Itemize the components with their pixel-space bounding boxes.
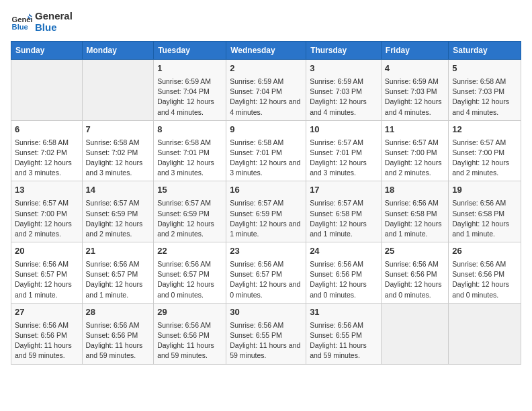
day-number: 10 xyxy=(310,124,378,136)
calendar-cell: 18Sunrise: 6:56 AMSunset: 6:58 PMDayligh… xyxy=(381,181,448,242)
day-number: 19 xyxy=(452,184,517,197)
day-number: 9 xyxy=(230,124,302,136)
day-info: Sunset: 6:57 PM xyxy=(15,269,79,279)
day-number: 24 xyxy=(310,245,378,258)
day-of-week-thursday: Thursday xyxy=(306,42,382,60)
day-info: Sunrise: 6:56 AM xyxy=(385,259,445,269)
day-info: Sunrise: 6:57 AM xyxy=(230,198,302,208)
calendar-cell xyxy=(11,60,83,121)
day-info: Sunset: 7:03 PM xyxy=(452,87,517,97)
day-info: Sunrise: 6:57 AM xyxy=(310,198,378,208)
calendar-cell xyxy=(381,303,448,364)
day-info: Daylight: 12 hours and 1 minute. xyxy=(452,219,517,239)
day-info: Sunrise: 6:56 AM xyxy=(385,198,445,208)
day-info: Daylight: 12 hours and 2 minutes. xyxy=(15,219,79,239)
day-info: Sunrise: 6:56 AM xyxy=(15,320,79,330)
calendar-cell: 23Sunrise: 6:56 AMSunset: 6:57 PMDayligh… xyxy=(226,242,306,304)
day-info: Daylight: 12 hours and 4 minutes. xyxy=(310,97,378,117)
day-info: Daylight: 12 hours and 4 minutes. xyxy=(230,97,302,117)
day-info: Sunrise: 6:59 AM xyxy=(310,77,378,87)
calendar-cell: 26Sunrise: 6:56 AMSunset: 6:56 PMDayligh… xyxy=(449,242,521,304)
calendar-cell: 17Sunrise: 6:57 AMSunset: 6:58 PMDayligh… xyxy=(306,181,382,242)
day-info: Daylight: 12 hours and 4 minutes. xyxy=(452,97,517,117)
day-info: Sunset: 7:02 PM xyxy=(15,148,79,158)
day-info: Sunrise: 6:56 AM xyxy=(452,198,517,208)
calendar-cell: 11Sunrise: 6:57 AMSunset: 7:00 PMDayligh… xyxy=(381,120,448,181)
day-info: Daylight: 12 hours and 4 minutes. xyxy=(157,97,222,117)
calendar-cell: 22Sunrise: 6:56 AMSunset: 6:57 PMDayligh… xyxy=(154,242,226,304)
calendar-cell: 3Sunrise: 6:59 AMSunset: 7:03 PMDaylight… xyxy=(306,60,382,121)
day-info: Sunset: 6:56 PM xyxy=(452,269,517,279)
calendar-cell: 31Sunrise: 6:56 AMSunset: 6:55 PMDayligh… xyxy=(306,303,382,364)
day-info: Sunset: 7:00 PM xyxy=(385,148,445,158)
day-info: Sunrise: 6:56 AM xyxy=(157,320,222,330)
calendar-cell xyxy=(449,303,521,364)
day-info: Sunrise: 6:57 AM xyxy=(15,198,79,208)
day-info: Sunrise: 6:56 AM xyxy=(15,259,79,269)
calendar-cell: 27Sunrise: 6:56 AMSunset: 6:56 PMDayligh… xyxy=(11,303,83,364)
day-number: 31 xyxy=(310,306,378,319)
day-info: Sunrise: 6:58 AM xyxy=(86,138,150,148)
day-info: Sunrise: 6:56 AM xyxy=(310,259,378,269)
calendar-cell: 20Sunrise: 6:56 AMSunset: 6:57 PMDayligh… xyxy=(11,242,83,304)
logo-blue: Blue xyxy=(35,22,73,34)
day-of-week-friday: Friday xyxy=(381,42,448,60)
day-info: Sunrise: 6:58 AM xyxy=(230,138,302,148)
day-number: 18 xyxy=(385,184,445,197)
day-info: Sunset: 6:55 PM xyxy=(230,330,302,340)
calendar-cell: 29Sunrise: 6:56 AMSunset: 6:56 PMDayligh… xyxy=(154,303,226,364)
logo: General Blue General Blue xyxy=(11,11,73,33)
logo-icon: General Blue xyxy=(11,11,32,33)
calendar-cell: 25Sunrise: 6:56 AMSunset: 6:56 PMDayligh… xyxy=(381,242,448,304)
day-info: Sunrise: 6:59 AM xyxy=(385,77,445,87)
day-info: Sunset: 6:57 PM xyxy=(230,269,302,279)
day-info: Sunset: 6:58 PM xyxy=(385,209,445,219)
day-number: 4 xyxy=(385,62,445,75)
day-info: Daylight: 11 hours and 59 minutes. xyxy=(15,340,79,361)
calendar-cell: 24Sunrise: 6:56 AMSunset: 6:56 PMDayligh… xyxy=(306,242,382,304)
day-info: Sunset: 6:59 PM xyxy=(230,209,302,219)
logo-general: General xyxy=(35,11,73,22)
day-info: Sunrise: 6:56 AM xyxy=(310,320,378,330)
day-info: Sunrise: 6:56 AM xyxy=(230,320,302,330)
day-info: Sunrise: 6:59 AM xyxy=(157,77,222,87)
calendar-cell: 13Sunrise: 6:57 AMSunset: 7:00 PMDayligh… xyxy=(11,181,83,242)
day-info: Sunset: 6:58 PM xyxy=(452,209,517,219)
day-number: 21 xyxy=(86,245,150,258)
day-info: Daylight: 12 hours and 2 minutes. xyxy=(452,158,517,178)
day-number: 22 xyxy=(157,245,222,258)
day-number: 16 xyxy=(230,184,302,197)
day-info: Sunset: 7:01 PM xyxy=(157,148,222,158)
calendar-cell: 16Sunrise: 6:57 AMSunset: 6:59 PMDayligh… xyxy=(226,181,306,242)
day-number: 23 xyxy=(230,245,302,258)
day-number: 3 xyxy=(310,62,378,75)
day-info: Sunset: 6:56 PM xyxy=(157,330,222,340)
day-of-week-saturday: Saturday xyxy=(449,42,521,60)
day-info: Sunset: 7:04 PM xyxy=(230,87,302,97)
calendar-cell: 21Sunrise: 6:56 AMSunset: 6:57 PMDayligh… xyxy=(82,242,154,304)
day-info: Sunset: 6:57 PM xyxy=(157,269,222,279)
day-info: Daylight: 11 hours and 59 minutes. xyxy=(230,340,302,361)
day-number: 25 xyxy=(385,245,445,258)
calendar-cell: 7Sunrise: 6:58 AMSunset: 7:02 PMDaylight… xyxy=(82,120,154,181)
day-info: Sunrise: 6:57 AM xyxy=(385,138,445,148)
day-number: 28 xyxy=(86,306,150,319)
calendar-cell: 1Sunrise: 6:59 AMSunset: 7:04 PMDaylight… xyxy=(154,60,226,121)
day-number: 27 xyxy=(15,306,79,319)
day-info: Daylight: 12 hours and 0 minutes. xyxy=(452,279,517,300)
svg-text:General: General xyxy=(12,15,32,24)
svg-text:Blue: Blue xyxy=(12,23,28,31)
day-info: Sunrise: 6:58 AM xyxy=(15,138,79,148)
day-number: 7 xyxy=(86,124,150,136)
day-info: Sunrise: 6:56 AM xyxy=(86,259,150,269)
day-info: Sunrise: 6:57 AM xyxy=(157,198,222,208)
day-number: 13 xyxy=(15,184,79,197)
day-info: Sunset: 6:58 PM xyxy=(310,209,378,219)
calendar-cell: 12Sunrise: 6:57 AMSunset: 7:00 PMDayligh… xyxy=(449,120,521,181)
day-number: 11 xyxy=(385,124,445,136)
day-info: Daylight: 12 hours and 1 minute. xyxy=(385,219,445,239)
day-info: Daylight: 12 hours and 1 minute. xyxy=(310,219,378,239)
day-info: Sunrise: 6:59 AM xyxy=(230,77,302,87)
day-number: 14 xyxy=(86,184,150,197)
day-info: Daylight: 12 hours and 0 minutes. xyxy=(157,279,222,300)
